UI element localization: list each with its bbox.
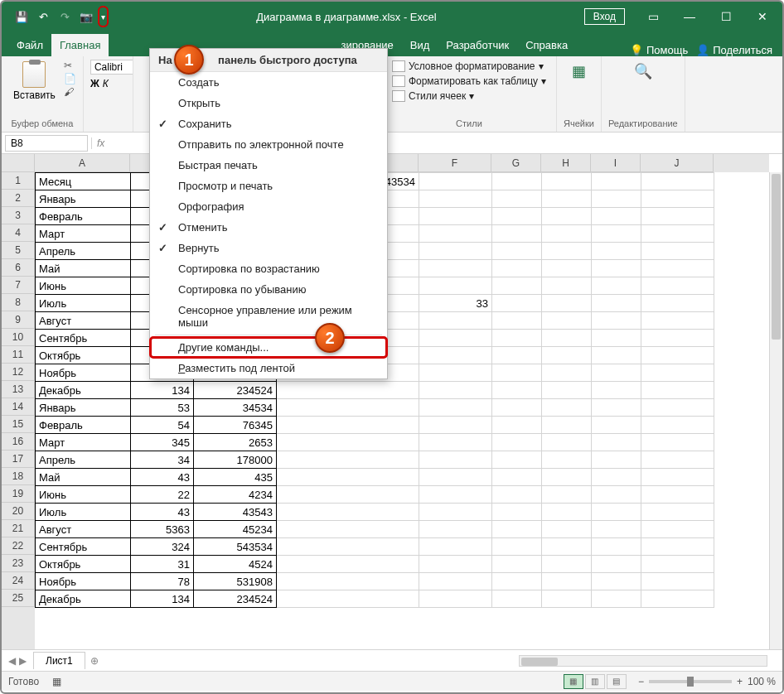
cell[interactable]: 45234 (194, 521, 277, 538)
cell[interactable] (419, 538, 492, 556)
cell[interactable]: Октябрь (36, 347, 131, 364)
cell[interactable] (542, 347, 592, 364)
cell[interactable] (592, 312, 641, 330)
cell[interactable] (641, 538, 714, 556)
cell[interactable]: 134 (131, 382, 194, 399)
cell[interactable] (542, 469, 592, 486)
vscroll-thumb[interactable] (772, 174, 781, 340)
cell[interactable] (592, 417, 641, 434)
cell-styles-button[interactable]: Стили ячеек ▾ (389, 89, 549, 103)
menu-more-commands[interactable]: Другие команды... (150, 337, 387, 358)
col-header-J[interactable]: J (641, 154, 714, 172)
cell[interactable] (492, 538, 542, 556)
ribbon-options-icon[interactable]: ▭ (636, 4, 670, 29)
cell[interactable] (277, 399, 419, 417)
minimize-icon[interactable]: — (673, 4, 706, 29)
macro-record-icon[interactable]: ▦ (52, 676, 61, 687)
row-header-11[interactable]: 11 (2, 346, 35, 364)
cell[interactable]: Февраль (36, 417, 131, 434)
menu-item-5[interactable]: Просмотр и печать (150, 176, 387, 196)
cell[interactable] (277, 573, 419, 590)
select-all-corner[interactable] (2, 154, 35, 172)
cell[interactable] (641, 451, 714, 469)
zoom-out-button[interactable]: − (638, 676, 644, 687)
cell[interactable] (419, 469, 492, 486)
cell[interactable] (641, 312, 714, 330)
cell[interactable] (277, 521, 419, 538)
row-header-6[interactable]: 6 (2, 259, 35, 277)
cell[interactable] (641, 243, 714, 260)
menu-below-ribbon[interactable]: Разместить под лентой (150, 358, 387, 378)
zoom-value[interactable]: 100 % (748, 676, 776, 687)
cell[interactable] (492, 364, 542, 382)
cell[interactable] (641, 330, 714, 347)
cell[interactable] (592, 243, 641, 260)
cell[interactable]: Июль (36, 295, 131, 312)
cell[interactable] (542, 382, 592, 399)
cell[interactable] (641, 590, 714, 608)
close-icon[interactable]: ✕ (746, 4, 779, 29)
cell[interactable]: 531908 (194, 573, 277, 590)
cell[interactable] (641, 382, 714, 399)
tell-me[interactable]: 💡 Помощь (630, 44, 688, 56)
col-header-H[interactable]: H (541, 154, 591, 172)
cell[interactable] (492, 173, 542, 190)
cell[interactable] (419, 434, 492, 451)
cell[interactable] (542, 190, 592, 208)
cell[interactable] (419, 277, 492, 295)
vertical-scrollbar[interactable] (769, 172, 782, 649)
cell[interactable] (641, 173, 714, 190)
cell[interactable] (542, 486, 592, 504)
row-header-13[interactable]: 13 (2, 381, 35, 398)
row-header-21[interactable]: 21 (2, 520, 35, 537)
cell[interactable] (542, 590, 592, 608)
cell[interactable] (419, 573, 492, 590)
cell[interactable]: 78 (131, 573, 194, 590)
find-icon[interactable]: 🔍 (630, 60, 656, 83)
menu-item-0[interactable]: Создать (150, 72, 387, 93)
cell[interactable] (419, 364, 492, 382)
cell[interactable] (492, 573, 542, 590)
cell[interactable] (492, 399, 542, 417)
menu-item-9[interactable]: Сортировка по возрастанию (150, 258, 387, 279)
zoom-thumb[interactable] (687, 677, 694, 687)
row-header-23[interactable]: 23 (2, 555, 35, 572)
format-painter-icon[interactable]: 🖌 (64, 86, 76, 98)
cell[interactable] (641, 277, 714, 295)
login-button[interactable]: Вход (584, 8, 625, 25)
cell[interactable]: 43 (131, 469, 194, 486)
cell[interactable] (542, 364, 592, 382)
menu-item-8[interactable]: ✓Вернуть (150, 238, 387, 258)
tab-view[interactable]: Вид (402, 34, 438, 56)
cells-grid[interactable]: МесяцПро543534ЯнварьФевральМартАпрельМай… (35, 172, 769, 649)
cell[interactable]: Апрель (36, 451, 131, 469)
cell[interactable] (542, 521, 592, 538)
cell[interactable]: 543534 (194, 538, 277, 556)
row-header-24[interactable]: 24 (2, 572, 35, 590)
cell[interactable] (277, 434, 419, 451)
col-header-F[interactable]: F (419, 154, 491, 172)
row-header-3[interactable]: 3 (2, 207, 35, 224)
cell[interactable] (419, 208, 492, 225)
cell[interactable] (492, 330, 542, 347)
cell[interactable] (492, 347, 542, 364)
col-header-G[interactable]: G (491, 154, 541, 172)
cell[interactable] (277, 451, 419, 469)
row-header-4[interactable]: 4 (2, 224, 35, 242)
cell[interactable] (592, 504, 641, 521)
cell[interactable] (592, 538, 641, 556)
cell[interactable]: Ноябрь (36, 364, 131, 382)
cell[interactable] (492, 382, 542, 399)
undo-icon[interactable]: ↶ (33, 7, 53, 27)
cell[interactable] (277, 556, 419, 573)
row-header-2[interactable]: 2 (2, 190, 35, 207)
cell[interactable] (641, 417, 714, 434)
cell[interactable] (641, 225, 714, 243)
bold-button[interactable]: Ж (90, 78, 99, 89)
cell[interactable]: 34 (131, 451, 194, 469)
tab-help[interactable]: Справка (517, 34, 576, 56)
cell[interactable] (641, 504, 714, 521)
cell[interactable] (542, 434, 592, 451)
view-page-break-icon[interactable]: ▤ (607, 674, 627, 689)
cell[interactable] (592, 521, 641, 538)
